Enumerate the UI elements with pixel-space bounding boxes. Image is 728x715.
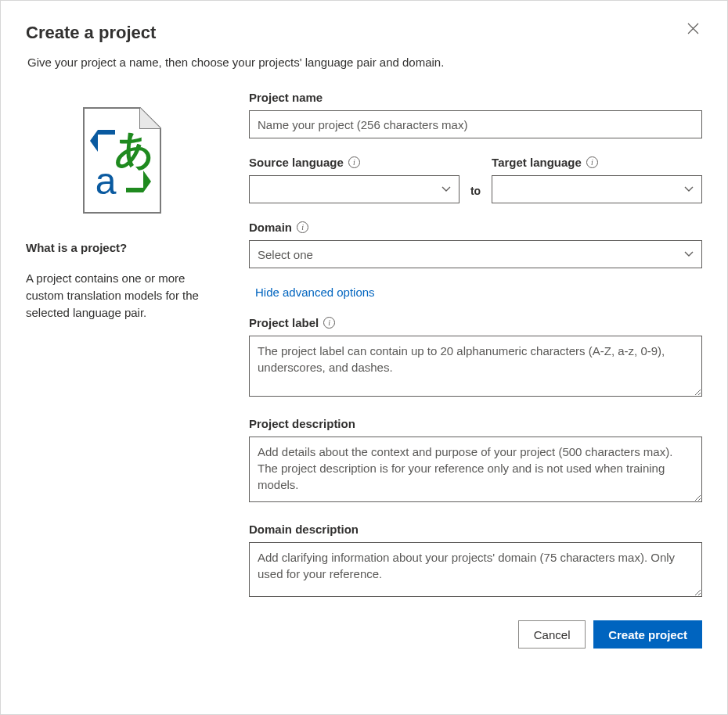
- close-button[interactable]: [684, 20, 702, 38]
- project-name-label: Project name: [249, 91, 702, 104]
- info-icon[interactable]: i: [348, 156, 360, 168]
- close-icon: [687, 23, 699, 34]
- target-language-label: Target language: [492, 156, 582, 169]
- create-project-button[interactable]: Create project: [593, 620, 702, 649]
- domain-label: Domain: [249, 221, 292, 234]
- field-target-language: Target language i: [492, 156, 702, 203]
- dialog-subtitle: Give your project a name, then choose yo…: [27, 56, 702, 69]
- chevron-down-icon: [441, 186, 451, 192]
- field-domain: Domain i Select one: [249, 221, 702, 268]
- create-project-dialog: Create a project Give your project a nam…: [0, 0, 728, 715]
- info-icon[interactable]: i: [297, 221, 308, 233]
- translator-document-icon: あ a: [79, 106, 165, 216]
- info-sidebar: あ a What is a project? A project contain…: [26, 91, 218, 649]
- field-project-description: Project description: [249, 417, 702, 505]
- field-project-name: Project name: [249, 91, 702, 138]
- domain-select-value: Select one: [258, 248, 313, 261]
- chevron-down-icon: [684, 186, 694, 192]
- dialog-title: Create a project: [26, 23, 156, 43]
- domain-description-input[interactable]: [249, 542, 702, 597]
- project-label-input[interactable]: [249, 336, 702, 397]
- info-icon[interactable]: i: [323, 317, 335, 329]
- field-source-language: Source language i: [249, 156, 460, 203]
- project-description-input[interactable]: [249, 437, 702, 502]
- field-domain-description: Domain description: [249, 523, 702, 600]
- project-name-input[interactable]: [249, 110, 702, 138]
- field-project-label: Project label i: [249, 316, 702, 400]
- sidebar-body: A project contains one or more custom tr…: [26, 270, 218, 321]
- to-label: to: [470, 185, 481, 203]
- sidebar-heading: What is a project?: [26, 241, 218, 254]
- svg-text:あ: あ: [114, 128, 153, 171]
- source-language-select[interactable]: [249, 175, 460, 203]
- target-language-select[interactable]: [492, 175, 702, 203]
- form-area: Project name Source language i to: [249, 91, 702, 649]
- dialog-footer: Cancel Create project: [249, 620, 702, 649]
- info-icon[interactable]: i: [586, 156, 598, 168]
- toggle-advanced-options[interactable]: Hide advanced options: [249, 286, 702, 299]
- domain-description-label: Domain description: [249, 523, 702, 536]
- domain-select[interactable]: Select one: [249, 240, 702, 268]
- source-language-label: Source language: [249, 156, 344, 169]
- project-description-label: Project description: [249, 417, 702, 430]
- svg-text:a: a: [95, 160, 116, 202]
- chevron-down-icon: [684, 251, 694, 257]
- project-label-label: Project label: [249, 316, 319, 329]
- cancel-button[interactable]: Cancel: [518, 620, 586, 649]
